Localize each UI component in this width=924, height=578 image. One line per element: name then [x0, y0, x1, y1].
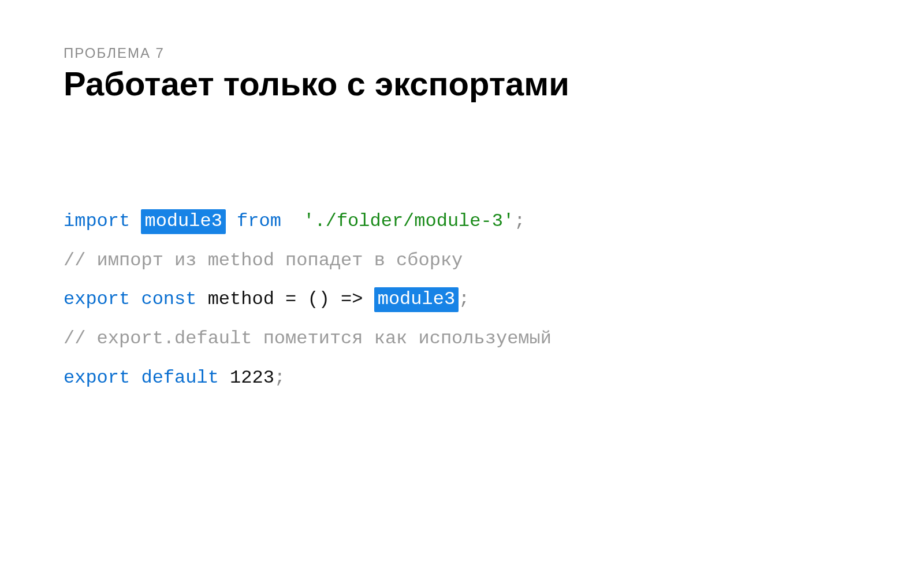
string-path: './folder/module-3' — [303, 210, 514, 232]
identifier-method: method = () => — [208, 288, 363, 310]
slide-eyebrow: ПРОБЛЕМА 7 — [64, 45, 860, 61]
slide-title: Работает только с экспортами — [64, 65, 860, 103]
keyword-export: export — [64, 288, 130, 310]
keyword-from: from — [237, 210, 281, 232]
slide: ПРОБЛЕМА 7 Работает только с экспортами … — [0, 0, 924, 578]
keyword-export-2: export — [64, 367, 130, 388]
semicolon: ; — [459, 288, 470, 310]
comment-line-2: // export.default пометится как использу… — [64, 328, 552, 349]
keyword-const: const — [141, 288, 196, 310]
highlight-module3: module3 — [141, 209, 225, 234]
semicolon: ; — [514, 210, 525, 232]
literal-value: 1223 — [230, 367, 274, 388]
code-block: import module3 from './folder/module-3';… — [64, 202, 860, 398]
keyword-default: default — [141, 367, 218, 388]
keyword-import: import — [64, 210, 130, 232]
highlight-module3-2: module3 — [374, 287, 459, 312]
semicolon: ; — [274, 367, 285, 388]
comment-line: // импорт из method попадет в сборку — [64, 250, 463, 271]
